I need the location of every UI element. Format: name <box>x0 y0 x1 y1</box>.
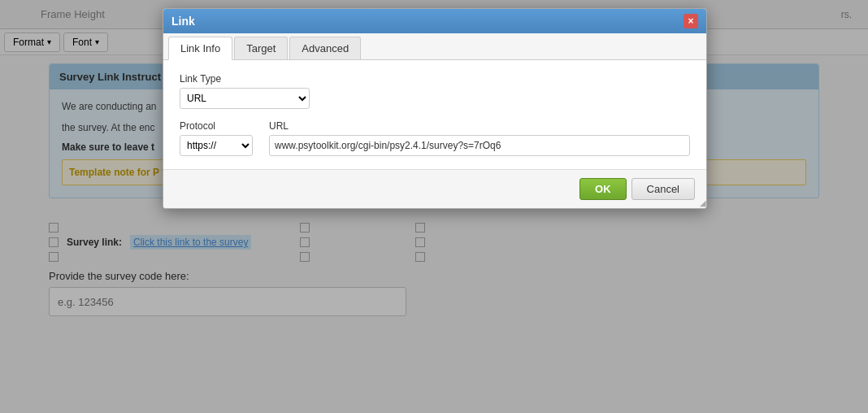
protocol-label: Protocol <box>180 120 253 132</box>
protocol-group: Protocol https:// http:// ftp:// other <box>180 120 253 156</box>
ok-button[interactable]: OK <box>579 178 627 200</box>
url-input[interactable] <box>269 135 690 156</box>
url-group: URL <box>269 120 690 156</box>
dialog-close-button[interactable]: × <box>684 14 698 28</box>
link-type-select[interactable]: URL Email Phone <box>180 88 310 109</box>
tab-advanced[interactable]: Advanced <box>289 37 361 59</box>
protocol-url-row: Protocol https:// http:// ftp:// other U… <box>180 120 690 156</box>
dialog-title: Link <box>171 15 195 28</box>
link-dialog: Link × Link Info Target Advanced Link Ty… <box>163 8 707 209</box>
resize-handle[interactable]: ◢ <box>697 198 706 208</box>
tab-target[interactable]: Target <box>234 37 288 59</box>
dialog-body: Link Type URL Email Phone Protocol https… <box>163 60 706 169</box>
dialog-title-bar: Link × <box>163 9 706 33</box>
link-type-label: Link Type <box>180 73 690 85</box>
url-label: URL <box>269 120 690 132</box>
dialog-tabs: Link Info Target Advanced <box>163 33 706 60</box>
link-type-group: Link Type URL Email Phone <box>180 73 690 109</box>
dialog-footer: OK Cancel <box>163 169 706 208</box>
protocol-select[interactable]: https:// http:// ftp:// other <box>180 135 253 156</box>
cancel-button[interactable]: Cancel <box>631 178 695 200</box>
tab-link-info[interactable]: Link Info <box>168 37 232 60</box>
